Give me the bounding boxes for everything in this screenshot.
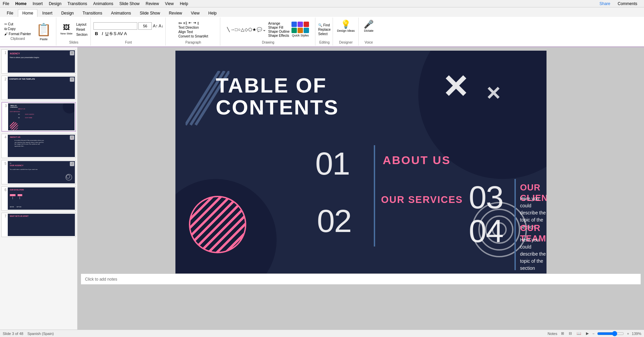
bold-button[interactable]: B	[93, 31, 99, 36]
tab-design[interactable]: Design	[57, 9, 78, 17]
shadow-button[interactable]: S	[113, 31, 116, 36]
menu-review[interactable]: Review	[146, 1, 159, 6]
slideshow-button[interactable]: ▶	[585, 331, 590, 336]
quick-style-6[interactable]	[304, 28, 309, 33]
thumb5-close[interactable]: ↺	[70, 162, 74, 166]
shape-star[interactable]: ★	[252, 27, 256, 32]
zoom-out-button[interactable]: −	[592, 332, 594, 336]
font-name-input[interactable]	[93, 22, 137, 30]
shape-effects-button[interactable]: Shape Effects	[268, 34, 289, 37]
numbering-button[interactable]: ≡1	[183, 21, 188, 25]
quick-style-4[interactable]	[291, 28, 297, 33]
layout-button[interactable]: Layout	[75, 22, 88, 27]
shape-more[interactable]: ⌄	[262, 27, 266, 32]
slide-thumb-1[interactable]: 1 AGENCY Here is where your presentation…	[1, 49, 76, 74]
shape-arrow[interactable]: →	[230, 27, 234, 32]
char-spacing-button[interactable]: AV	[117, 31, 123, 36]
tab-view[interactable]: View	[187, 9, 204, 17]
shape-diamond[interactable]: ◇	[245, 27, 248, 32]
zoom-in-button[interactable]: +	[627, 332, 629, 336]
select-button[interactable]: Select	[318, 32, 331, 36]
menu-transitions[interactable]: Transitions	[67, 1, 87, 6]
section-button[interactable]: Section	[75, 32, 88, 37]
strikethrough-button[interactable]: S	[110, 31, 113, 36]
new-slide-button[interactable]: 🖼 New Slide	[59, 23, 74, 36]
menu-file[interactable]: File	[3, 1, 9, 6]
slide-thumb-5[interactable]: 5 01 OUR AGENCY You could enter a subtit…	[1, 160, 76, 184]
menu-insert[interactable]: Insert	[33, 1, 43, 6]
quick-styles-label[interactable]: Quick Styles	[292, 34, 309, 37]
thumb4-close[interactable]: ✕	[70, 135, 74, 140]
notes-bar[interactable]: Click to add notes	[81, 274, 641, 284]
quick-style-5[interactable]	[298, 28, 303, 33]
drawing-group: ╲ → □ ○ △ ◇ ⬠ ★ 💬 ⌄ Arrange Shape Fill S…	[221, 18, 315, 46]
shape-fill-button[interactable]: Shape Fill	[268, 26, 289, 29]
tab-help[interactable]: Help	[204, 9, 221, 17]
share-button[interactable]: Share	[599, 1, 610, 6]
italic-button[interactable]: I	[101, 31, 105, 36]
quick-style-1[interactable]	[291, 22, 297, 27]
underline-button[interactable]: U	[105, 31, 108, 36]
slide-thumb-4[interactable]: 4 ABOUT US It could be the part of the p…	[1, 134, 76, 158]
tab-transitions[interactable]: Transitions	[79, 9, 106, 17]
tab-home[interactable]: Home	[18, 9, 37, 17]
font-size-increase[interactable]: A↑	[153, 24, 158, 28]
dictate-button[interactable]: 🎤 Dictate	[361, 18, 376, 34]
comments-button[interactable]: Comments	[618, 1, 637, 6]
font-size-decrease[interactable]: A↓	[159, 24, 163, 28]
thumb4-title: ABOUT US	[10, 136, 20, 138]
design-ideas-button[interactable]: 💡 Design Ideas	[336, 18, 356, 34]
number-03: 03	[469, 179, 503, 216]
paste-button[interactable]: 📋 Paste	[33, 21, 54, 42]
slide-thumb-6[interactable]: 6 OUR EVOLUTION JUPITER VENUS	[1, 186, 76, 211]
text-direction-button[interactable]: Text Direction	[178, 26, 208, 29]
menu-view[interactable]: View	[165, 1, 174, 6]
menu-slideshow[interactable]: Slide Show	[119, 1, 140, 6]
tab-file[interactable]: File	[3, 9, 17, 17]
shape-callout[interactable]: 💬	[257, 27, 262, 32]
shape-rect[interactable]: □	[235, 27, 237, 32]
bullets-button[interactable]: ≡•	[178, 21, 182, 25]
find-button[interactable]: 🔍Find	[318, 23, 331, 27]
thumb2-close[interactable]: ✕	[70, 77, 74, 82]
cut-button[interactable]: ✂ Cut	[3, 22, 32, 26]
quick-style-2[interactable]	[298, 22, 303, 27]
replace-button[interactable]: Replace	[318, 28, 331, 31]
indent-increase-button[interactable]: ⇥	[193, 21, 196, 25]
font-color-button[interactable]: A	[124, 31, 127, 36]
copy-button[interactable]: ⧉ Copy	[3, 27, 32, 31]
align-text-button[interactable]: Align Text	[178, 30, 208, 34]
shape-oval[interactable]: ○	[238, 27, 241, 32]
tab-review[interactable]: Review	[165, 9, 186, 17]
slide-thumb-2[interactable]: 2 CONTENTS OF THIS TEMPLATE ✕	[1, 76, 76, 100]
shape-outline-button[interactable]: Shape Outline	[268, 30, 289, 33]
tab-slideshow[interactable]: Slide Show	[136, 9, 164, 17]
format-painter-button[interactable]: 🖌 Format Painter	[3, 32, 32, 36]
shape-pentagon[interactable]: ⬠	[248, 27, 252, 32]
tab-insert[interactable]: Insert	[38, 9, 56, 17]
normal-view-button[interactable]: ⊞	[560, 331, 565, 336]
click-to-add-notes[interactable]: Click to add notes	[85, 277, 117, 282]
font-size-input[interactable]	[138, 22, 152, 30]
menu-animations[interactable]: Animations	[93, 1, 113, 6]
quick-style-3[interactable]	[304, 22, 309, 27]
menu-help[interactable]: Help	[180, 1, 188, 6]
shape-line[interactable]: ╲	[227, 27, 230, 32]
columns-button[interactable]: ⫿	[197, 21, 199, 25]
notes-button[interactable]: Notes	[548, 332, 557, 336]
slide-thumb-7[interactable]: 7 WHAT SETS US APART	[1, 213, 76, 237]
menu-home[interactable]: Home	[15, 1, 26, 6]
slide-thumb-3[interactable]: 3 TABLE OFCONTENTS ABOUT US OUR SERVICES…	[1, 102, 76, 132]
convert-smartart-button[interactable]: Convert to SmartArt	[178, 34, 208, 38]
shape-triangle[interactable]: △	[241, 27, 244, 32]
indent-decrease-button[interactable]: ⇤	[189, 21, 192, 25]
menu-design[interactable]: Design	[49, 1, 61, 6]
slide-canvas[interactable]: ✕ ✕ TABLE OF CONTENTS 01	[175, 51, 547, 274]
tab-animations[interactable]: Animations	[107, 9, 135, 17]
slide-sorter-button[interactable]: ⊟	[568, 331, 573, 336]
reading-view-button[interactable]: 📖	[576, 331, 582, 336]
reset-button[interactable]: Reset	[75, 27, 88, 32]
thumb1-close[interactable]: ✕	[70, 51, 74, 55]
zoom-slider[interactable]	[597, 331, 624, 336]
arrange-button[interactable]: Arrange	[268, 22, 289, 25]
